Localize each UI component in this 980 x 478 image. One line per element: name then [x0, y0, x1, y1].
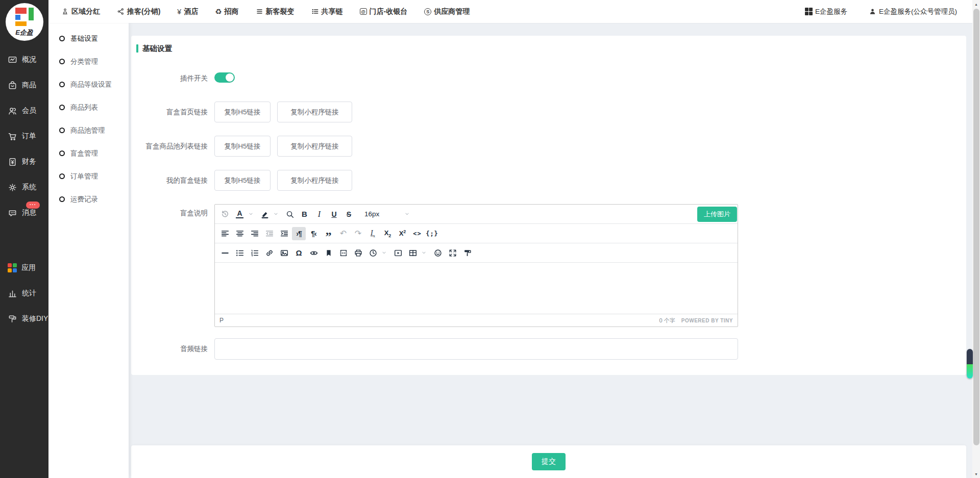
nav-supplier-management[interactable]: S供应商管理 — [424, 7, 470, 16]
align-left-icon[interactable] — [218, 227, 232, 240]
italic-icon[interactable]: I — [312, 208, 326, 221]
page-scrollbar[interactable]: ▲ ▼ — [972, 0, 980, 478]
preview-icon[interactable] — [307, 246, 321, 260]
editor-content[interactable] — [215, 263, 738, 314]
settings-card: 基础设置 插件开关 盲盒首页链接复制H5链接复制小程序链接盲盒商品池列表链接复制… — [131, 36, 966, 375]
copy-h5-button[interactable]: 复制H5链接 — [214, 102, 271, 122]
format-painter-icon[interactable] — [460, 246, 474, 260]
image-icon[interactable] — [277, 246, 291, 260]
dropdown-chevron-icon[interactable] — [247, 208, 255, 221]
nav-hotel[interactable]: ¥酒店 — [177, 7, 198, 16]
app-logo[interactable]: E企盈 — [6, 3, 43, 41]
nav-region-bonus[interactable]: 区域分红 — [61, 7, 100, 16]
code-icon[interactable]: <> — [410, 227, 424, 240]
plugin-switch-toggle[interactable] — [214, 72, 235, 83]
submenu-item-7[interactable]: 运费记录 — [48, 188, 129, 211]
sidebar-item-system[interactable]: 系统 — [0, 174, 48, 200]
nav-store-cashier[interactable]: @门店-收银台 — [360, 7, 408, 16]
search-icon[interactable] — [283, 208, 297, 221]
media-icon[interactable] — [391, 246, 405, 260]
special-char-icon[interactable]: Ω — [292, 246, 306, 260]
sidebar-item-finance[interactable]: 财务 — [0, 149, 48, 174]
font-size-select[interactable]: 16px — [359, 208, 414, 221]
underline-icon[interactable]: U — [327, 208, 341, 221]
nav-investment[interactable]: ♻招商 — [215, 7, 238, 16]
submenu-item-5[interactable]: 盲盒管理 — [48, 142, 129, 165]
indent-icon[interactable] — [277, 227, 291, 240]
align-center-icon[interactable] — [233, 227, 247, 240]
bold-icon[interactable]: B — [298, 208, 311, 221]
nav-new-customer-fission[interactable]: 新客裂变 — [256, 7, 295, 16]
submenu-item-4[interactable]: 商品池管理 — [48, 119, 129, 142]
audio-link-input[interactable] — [214, 338, 738, 360]
submenu-item-3[interactable]: 商品列表 — [48, 96, 129, 119]
table-icon[interactable] — [406, 246, 420, 260]
ltr-icon[interactable]: ›¶ — [292, 227, 306, 240]
submit-button[interactable]: 提交 — [532, 453, 566, 470]
topbar-service[interactable]: E企盈服务 — [805, 7, 847, 16]
submenu-item-0[interactable]: 基础设置 — [48, 27, 129, 50]
code-sample-icon[interactable]: {;} — [425, 227, 439, 240]
dropdown-chevron-icon[interactable] — [272, 208, 280, 221]
horizontal-rule-icon[interactable] — [218, 246, 232, 260]
align-right-icon[interactable] — [248, 227, 261, 240]
nav-promoter-distribution[interactable]: 推客(分销) — [117, 7, 160, 16]
highlight-color-icon[interactable] — [258, 208, 272, 221]
copy-mini-button[interactable]: 复制小程序链接 — [277, 136, 352, 157]
powered-by-tiny[interactable]: POWERED BY TINY — [681, 318, 733, 323]
anchor-icon[interactable] — [322, 246, 335, 260]
restore-draft-icon[interactable] — [218, 208, 232, 221]
sidebar-item-goods[interactable]: 商品 — [0, 72, 48, 98]
link-row-label: 盲盒商品池列表链接 — [136, 136, 214, 157]
page-break-icon[interactable] — [336, 246, 350, 260]
sidebar-item-messages[interactable]: 消息··· — [0, 200, 48, 225]
numbered-list-icon[interactable] — [248, 246, 261, 260]
fullscreen-icon[interactable] — [446, 246, 459, 260]
upload-image-button[interactable]: 上传图片 — [697, 207, 737, 222]
submenu-item-1[interactable]: 分类管理 — [48, 50, 129, 73]
redo-icon[interactable]: ↷ — [351, 227, 365, 240]
rtl-icon[interactable]: ¶‹ — [307, 227, 321, 240]
submenu-item-6[interactable]: 订单管理 — [48, 165, 129, 188]
subscript-icon[interactable]: X2 — [381, 227, 395, 240]
plugin-switch-row: 插件开关 — [136, 72, 966, 85]
topbar-account[interactable]: E企盈服务(公众号管理员) — [869, 7, 957, 16]
primary-menu: 概况商品会员订单财务系统消息···应用统计装修DIY — [0, 47, 48, 332]
floating-widget[interactable] — [967, 349, 973, 379]
blockquote-icon[interactable]: ” — [322, 227, 335, 240]
bullet-list-icon[interactable] — [233, 246, 247, 260]
secondary-sidebar: 基础设置分类管理商品等级设置商品列表商品池管理盲盒管理订单管理运费记录 — [48, 23, 129, 478]
scroll-up-arrow-icon[interactable]: ▲ — [972, 0, 980, 8]
messages-badge: ··· — [26, 202, 40, 209]
print-icon[interactable] — [351, 246, 365, 260]
copy-mini-button[interactable]: 复制小程序链接 — [277, 102, 352, 122]
outdent-icon[interactable] — [262, 227, 276, 240]
copy-h5-button[interactable]: 复制H5链接 — [214, 170, 271, 191]
nav-share-chain[interactable]: 共享链 — [311, 7, 343, 16]
sidebar-item-overview[interactable]: 概况 — [0, 47, 48, 72]
footer-bar: 提交 — [131, 445, 966, 478]
scroll-down-arrow-icon[interactable]: ▼ — [972, 470, 980, 478]
datetime-icon[interactable] — [366, 246, 380, 260]
sidebar-item-orders[interactable]: 订单 — [0, 123, 48, 149]
submenu-item-2[interactable]: 商品等级设置 — [48, 73, 129, 96]
undo-icon[interactable]: ↶ — [336, 227, 350, 240]
emoticons-icon[interactable] — [431, 246, 445, 260]
sidebar-item-stats[interactable]: 统计 — [0, 281, 48, 306]
sidebar-item-apps[interactable]: 应用 — [0, 255, 48, 281]
superscript-icon[interactable]: X2 — [396, 227, 409, 240]
logo-text: E企盈 — [6, 28, 43, 37]
strikethrough-icon[interactable]: S — [342, 208, 356, 221]
sidebar-item-members[interactable]: 会员 — [0, 98, 48, 123]
dropdown-chevron-icon[interactable] — [380, 246, 388, 260]
text-color-icon[interactable]: A — [233, 208, 247, 221]
remove-format-icon[interactable]: Ix — [366, 227, 380, 240]
link-icon[interactable] — [262, 246, 276, 260]
copy-mini-button[interactable]: 复制小程序链接 — [277, 170, 352, 191]
dropdown-chevron-icon[interactable] — [420, 246, 428, 260]
sidebar-item-diy[interactable]: 装修DIY — [0, 306, 48, 332]
radio-circle-icon — [59, 173, 65, 179]
copy-h5-button[interactable]: 复制H5链接 — [214, 136, 271, 157]
main-area: 基础设置 插件开关 盲盒首页链接复制H5链接复制小程序链接盲盒商品池列表链接复制… — [129, 23, 980, 478]
scrollbar-thumb[interactable] — [973, 9, 979, 445]
